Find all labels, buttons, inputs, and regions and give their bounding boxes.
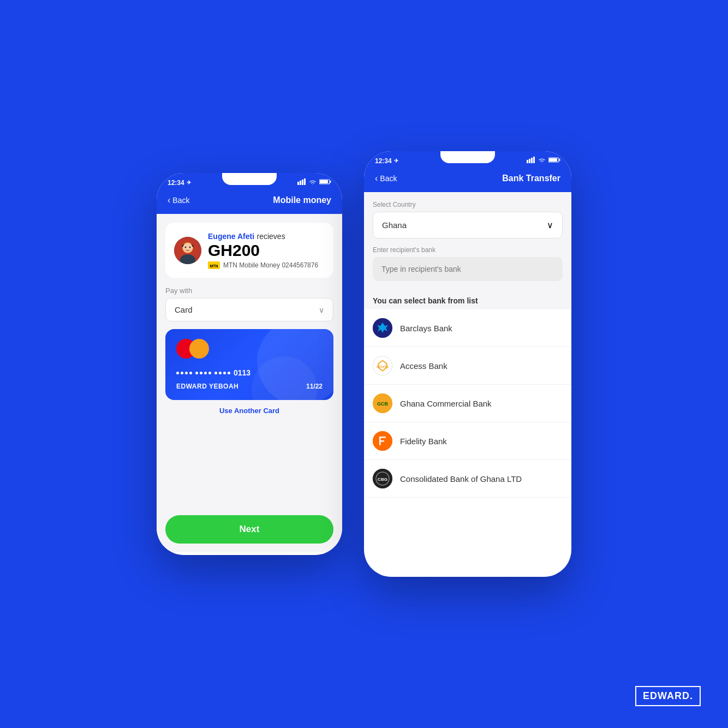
svg-rect-17 [531, 158, 533, 163]
access-logo: access [373, 356, 392, 375]
bank-content: Select Country Ghana ∨ Enter recipient's… [364, 192, 571, 498]
back-chevron-icon: ‹ [168, 195, 170, 205]
pay-with-label: Pay with [165, 287, 333, 295]
back-button-right[interactable]: ‹ Back [375, 174, 397, 183]
signal-icon-right [527, 157, 535, 165]
phone-right: 12:34 ✈ ‹ Back Bank Trans [364, 151, 571, 577]
fidelity-bank-name: Fidelity Bank [400, 437, 447, 446]
pay-with-dropdown[interactable]: Card ∨ [165, 298, 333, 321]
svg-rect-6 [330, 181, 331, 183]
location-icon-right: ✈ [394, 158, 398, 164]
edward-brand: EDWARD. [635, 686, 701, 706]
svg-rect-1 [300, 181, 301, 185]
country-value: Ghana [382, 220, 407, 230]
bank-list-label: You can select bank from list [364, 290, 571, 309]
svg-rect-21 [559, 159, 560, 161]
svg-text:GCB: GCB [377, 401, 389, 407]
mtn-text: MTN Mobile Money 0244567876 [223, 261, 318, 269]
bank-list: Barclays Bank access Access Bank [364, 309, 571, 498]
mtn-logo: MTN [208, 261, 220, 269]
svg-rect-0 [297, 182, 299, 185]
pay-with-selected: Card [175, 305, 193, 314]
bank-search-input[interactable] [373, 257, 563, 281]
country-label: Select Country [373, 201, 563, 208]
page-title-left: Mobile money [273, 195, 331, 205]
bank-item-cbg[interactable]: CBG Consolidated Bank of Ghana LTD [364, 460, 571, 498]
dropdown-chevron: ∨ [319, 306, 324, 314]
wifi-icon [309, 179, 317, 187]
bank-item-access[interactable]: access Access Bank [364, 347, 571, 385]
phone-left: 12:34 ✈ ‹ Back Mobile mon [157, 173, 342, 555]
back-chevron-icon-right: ‹ [375, 174, 378, 183]
cbg-logo: CBG [373, 469, 392, 488]
gcb-bank-name: Ghana Commercial Bank [400, 399, 492, 408]
nav-header-left: ‹ Back Mobile money [157, 191, 342, 214]
card-dot-group3 [214, 372, 230, 374]
bank-input-label: Enter recipient's bank [373, 246, 563, 254]
next-btn-container: Next [165, 515, 333, 544]
gcb-logo: GCB [373, 393, 392, 413]
fidelity-logo [373, 431, 392, 451]
credit-card: 0113 EDWARD YEBOAH 11/22 [165, 329, 333, 400]
notch-right [440, 151, 495, 163]
mtn-row: MTN MTN Mobile Money 0244567876 [208, 261, 325, 269]
bank-item-barclays[interactable]: Barclays Bank [364, 309, 571, 347]
location-icon: ✈ [187, 180, 191, 186]
country-chevron-icon: ∨ [547, 220, 553, 230]
svg-text:MTN: MTN [210, 264, 218, 268]
card-last4: 0113 [234, 368, 250, 377]
barclays-bank-name: Barclays Bank [400, 324, 452, 333]
amount: GH200 [208, 241, 325, 259]
svg-rect-5 [320, 180, 328, 183]
mc-orange-circle [189, 339, 209, 359]
next-button[interactable]: Next [165, 515, 333, 544]
svg-point-10 [183, 243, 193, 253]
svg-rect-2 [302, 180, 303, 185]
status-bar-right: 12:34 ✈ [364, 151, 571, 169]
card-dot-group2 [195, 372, 211, 374]
barclays-logo [373, 318, 392, 338]
nav-header-right: ‹ Back Bank Transfer [364, 169, 571, 192]
card-holder-name: EDWARD YEBOAH [176, 383, 238, 390]
recipient-info: Eugene Afeti recieves GH200 MTN [208, 231, 325, 269]
svg-rect-20 [549, 158, 557, 162]
back-label-left: Back [172, 196, 189, 205]
receives-text: recieves [257, 232, 285, 241]
signal-icon [297, 178, 306, 187]
bank-item-fidelity[interactable]: Fidelity Bank [364, 422, 571, 460]
recipient-card: Eugene Afeti recieves GH200 MTN [165, 223, 333, 278]
bank-item-gcb[interactable]: GCB Ghana Commercial Bank [364, 385, 571, 422]
svg-point-12 [189, 246, 191, 248]
svg-text:access: access [377, 365, 389, 368]
use-another-card-link[interactable]: Use Another Card [157, 400, 342, 421]
svg-rect-30 [379, 440, 384, 442]
bank-form-section: Select Country Ghana ∨ Enter recipient's… [364, 192, 571, 290]
battery-icon [319, 178, 331, 187]
battery-icon-right [548, 157, 560, 165]
cbg-bank-name: Consolidated Bank of Ghana LTD [400, 474, 522, 484]
country-dropdown[interactable]: Ghana ∨ [373, 212, 563, 238]
back-button-left[interactable]: ‹ Back [168, 195, 189, 205]
avatar [174, 237, 201, 264]
pay-with-section: Pay with Card ∨ [165, 287, 333, 321]
svg-rect-16 [529, 159, 530, 163]
card-dot-group1 [176, 372, 192, 374]
wifi-icon-right [538, 157, 546, 165]
svg-point-11 [185, 246, 187, 248]
recipient-name: Eugene Afeti [208, 232, 254, 241]
left-phone-content: Eugene Afeti recieves GH200 MTN [157, 214, 342, 552]
svg-rect-3 [304, 178, 306, 185]
svg-rect-18 [533, 157, 535, 163]
notch-left [222, 173, 277, 185]
time-right: 12:34 [375, 157, 392, 165]
access-bank-name: Access Bank [400, 361, 447, 371]
page-title-right: Bank Transfer [502, 174, 560, 183]
back-label-right: Back [380, 174, 397, 183]
time-left: 12:34 [168, 179, 184, 187]
status-bar-left: 12:34 ✈ [157, 173, 342, 191]
svg-rect-15 [527, 160, 528, 163]
svg-text:CBG: CBG [378, 477, 387, 482]
